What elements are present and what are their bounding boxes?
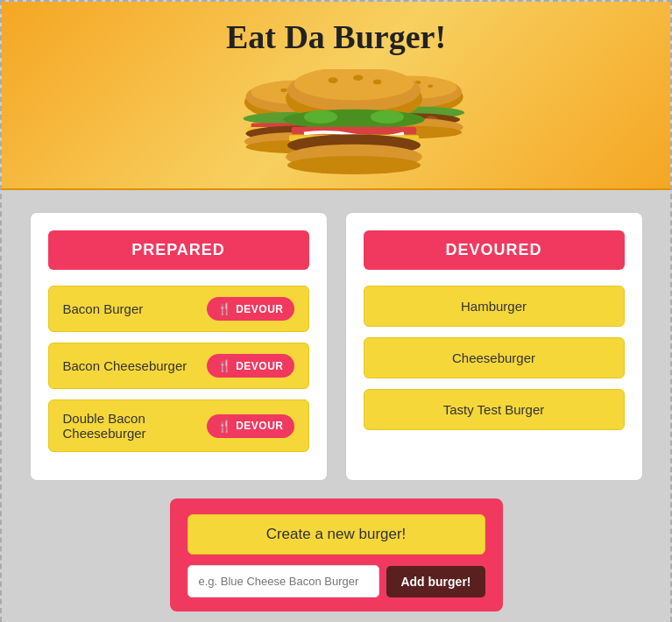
list-item: Double Bacon Cheeseburger 🍴 DEVOUR — [48, 399, 309, 452]
hero-banner: Eat Da Burger! — [2, 2, 670, 190]
prepared-card: PREPARED Bacon Burger 🍴 DEVOUR Bacon Che… — [30, 212, 328, 481]
burger-svg — [205, 69, 468, 183]
fork-knife-icon: 🍴 — [217, 359, 232, 372]
svg-point-37 — [287, 156, 421, 174]
burger-name-input[interactable] — [187, 565, 380, 597]
svg-point-3 — [280, 88, 287, 93]
prepared-header: PREPARED — [48, 230, 309, 270]
list-item: Bacon Burger 🍴 DEVOUR — [48, 286, 309, 332]
devoured-card: DEVOURED Hamburger Cheeseburger Tasty Te… — [345, 212, 643, 481]
svg-point-31 — [304, 110, 337, 124]
list-item: Cheeseburger — [364, 337, 625, 378]
list-item: Tasty Test Burger — [364, 389, 625, 430]
svg-point-30 — [283, 110, 425, 130]
svg-point-17 — [428, 85, 433, 88]
app-container: Eat Da Burger! — [0, 0, 672, 622]
devour-button-bacon-cheeseburger[interactable]: 🍴 DEVOUR — [207, 354, 294, 378]
create-burger-section: Create a new burger! Add burger! — [170, 498, 503, 611]
svg-point-32 — [371, 110, 404, 124]
add-burger-button[interactable]: Add burger! — [386, 566, 485, 597]
burger-name-double-bacon: Double Bacon Cheeseburger — [63, 411, 207, 441]
list-item: Bacon Cheeseburger 🍴 DEVOUR — [48, 343, 309, 389]
list-item: Hamburger — [364, 286, 625, 327]
burger-name-bacon-burger: Bacon Burger — [63, 301, 144, 316]
create-input-row: Add burger! — [187, 565, 485, 597]
create-burger-label: Create a new burger! — [187, 514, 485, 555]
hero-title: Eat Da Burger! — [226, 18, 446, 56]
fork-knife-icon: 🍴 — [217, 302, 232, 315]
devour-button-double-bacon[interactable]: 🍴 DEVOUR — [207, 414, 294, 438]
fork-knife-icon: 🍴 — [217, 420, 232, 433]
svg-point-28 — [353, 74, 363, 81]
svg-point-29 — [372, 80, 381, 85]
main-content: PREPARED Bacon Burger 🍴 DEVOUR Bacon Che… — [2, 190, 670, 622]
devoured-header: DEVOURED — [364, 230, 625, 270]
devoured-item-cheeseburger: Cheeseburger — [452, 350, 535, 365]
columns-container: PREPARED Bacon Burger 🍴 DEVOUR Bacon Che… — [28, 212, 644, 481]
devour-button-bacon-burger[interactable]: 🍴 DEVOUR — [207, 297, 294, 321]
devoured-item-tasty-test: Tasty Test Burger — [443, 402, 545, 417]
svg-point-27 — [328, 77, 337, 83]
devoured-item-hamburger: Hamburger — [461, 299, 527, 314]
burger-name-bacon-cheeseburger: Bacon Cheeseburger — [63, 358, 187, 373]
burger-illustration — [205, 65, 468, 187]
